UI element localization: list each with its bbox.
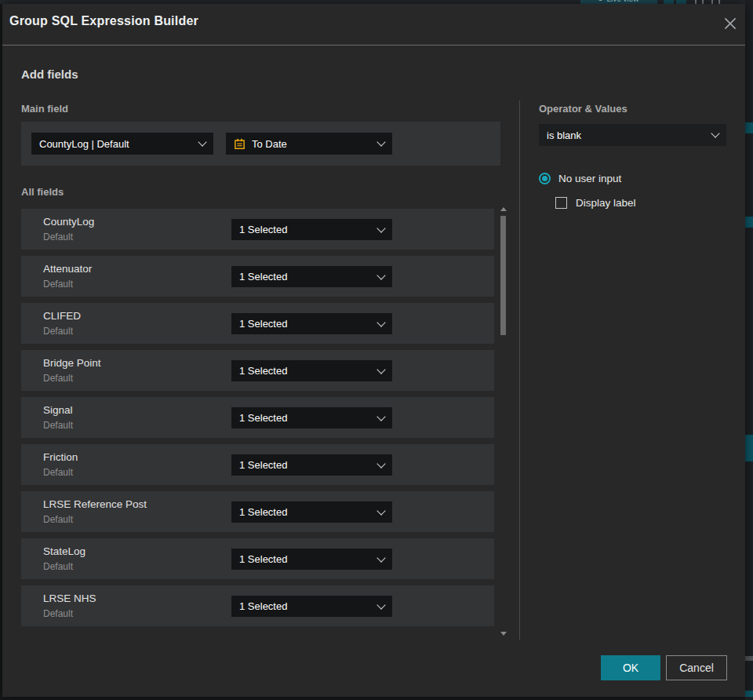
field-row: LRSE NHS Default 1 Selected [21, 585, 494, 626]
chevron-down-icon [376, 412, 385, 421]
all-fields-list: CountyLog Default 1 Selected Attenuator … [21, 209, 494, 626]
chevron-down-icon [376, 600, 385, 609]
live-dot-icon [598, 0, 602, 1]
field-value-select[interactable]: 1 Selected [231, 313, 392, 334]
chevron-down-icon [376, 318, 385, 326]
field-row: LRSE Reference Post Default 1 Selected [21, 491, 494, 532]
header-divider [2, 45, 745, 46]
field-row: StateLog Default 1 Selected [21, 538, 494, 579]
field-value-select[interactable]: 1 Selected [231, 266, 392, 287]
panel-divider [519, 100, 520, 640]
field-name: Signal [43, 404, 73, 416]
no-user-input-label: No user input [558, 173, 621, 184]
field-value-select-value: 1 Selected [239, 459, 372, 471]
field-name: CountyLog [43, 216, 94, 228]
field-layer: Default [43, 232, 73, 242]
main-field-panel: CountyLog | Default To Date [21, 122, 500, 166]
field-layer: Default [43, 467, 73, 478]
chevron-down-icon [376, 553, 385, 562]
field-layer: Default [43, 608, 73, 619]
field-row: CountyLog Default 1 Selected [21, 209, 494, 250]
field-value-select[interactable]: 1 Selected [231, 219, 392, 240]
live-view-label: Live view [606, 0, 638, 3]
chevron-down-icon [376, 506, 385, 515]
field-value-select-value: 1 Selected [239, 506, 372, 518]
field-layer: Default [43, 420, 73, 431]
display-label-label: Display label [576, 197, 636, 209]
background-app-fragment [745, 691, 753, 697]
cancel-button[interactable]: Cancel [666, 655, 727, 680]
field-value-select[interactable]: 1 Selected [231, 596, 392, 617]
background-app-fragment [745, 122, 753, 133]
field-layer: Default [43, 514, 73, 525]
field-value-select[interactable]: 1 Selected [231, 549, 392, 570]
field-value-select[interactable]: 1 Selected [231, 454, 392, 476]
field-value-select[interactable]: 1 Selected [231, 360, 392, 381]
scrollbar-thumb[interactable] [500, 216, 506, 335]
field-value-select[interactable]: 1 Selected [231, 501, 392, 523]
field-value-select-value: 1 Selected [239, 271, 372, 283]
field-value-select-value: 1 Selected [239, 600, 372, 612]
field-value-select-value: 1 Selected [239, 318, 372, 330]
no-user-input-radio[interactable]: No user input [539, 173, 621, 184]
field-row: Attenuator Default 1 Selected [21, 256, 494, 297]
field-name: Friction [43, 451, 78, 463]
operator-select[interactable]: is blank [539, 124, 726, 146]
main-field-select-value: CountyLog | Default [39, 138, 193, 150]
field-name: CLIFED [43, 310, 81, 322]
field-name: Bridge Point [43, 357, 101, 369]
group-sql-expression-builder-dialog: Group SQL Expression Builder Add fields … [2, 4, 745, 697]
field-value-select-value: 1 Selected [239, 553, 372, 565]
background-app-fragment [745, 435, 753, 461]
field-name: StateLog [43, 545, 85, 557]
chevron-down-icon [376, 365, 385, 374]
add-fields-heading: Add fields [21, 67, 78, 81]
scroll-down-icon[interactable] [500, 632, 507, 636]
dialog-title: Group SQL Expression Builder [9, 14, 198, 28]
field-value-select-value: 1 Selected [239, 365, 372, 377]
field-row: CLIFED Default 1 Selected [21, 303, 494, 344]
chevron-down-icon [376, 459, 385, 468]
screen: Live view Group SQL Expression Builder A… [0, 0, 753, 700]
background-app-fragment [745, 656, 753, 661]
field-row: Signal Default 1 Selected [21, 397, 494, 438]
fields-scrollbar[interactable] [499, 205, 507, 638]
field-value-select[interactable]: 1 Selected [231, 407, 392, 428]
radio-selected-icon [539, 173, 551, 184]
main-field-select[interactable]: CountyLog | Default [31, 133, 213, 155]
chevron-down-icon [376, 224, 385, 232]
close-icon[interactable] [722, 15, 739, 32]
field-type-select[interactable]: To Date [226, 133, 392, 155]
field-row: Friction Default 1 Selected [21, 444, 494, 485]
ok-button[interactable]: OK [601, 655, 660, 680]
field-layer: Default [43, 373, 73, 384]
field-layer: Default [43, 279, 73, 290]
scroll-up-icon[interactable] [500, 207, 507, 211]
chevron-down-icon [198, 137, 206, 146]
calendar-date-icon [234, 138, 246, 150]
field-value-select-value: 1 Selected [239, 224, 372, 235]
operator-values-label: Operator & Values [539, 103, 628, 115]
field-row: Bridge Point Default 1 Selected [21, 350, 494, 391]
background-app-fragment [745, 217, 753, 228]
background-app-edge [745, 0, 753, 700]
operator-select-value: is blank [547, 129, 706, 141]
chevron-down-icon [376, 271, 385, 279]
chevron-down-icon [376, 137, 385, 146]
field-name: Attenuator [43, 263, 92, 275]
all-fields-label: All fields [21, 186, 64, 198]
field-type-select-value: To Date [252, 138, 372, 150]
chevron-down-icon [711, 129, 719, 137]
field-layer: Default [43, 326, 73, 337]
field-name: LRSE NHS [43, 592, 96, 604]
field-value-select-value: 1 Selected [239, 412, 372, 424]
main-field-label: Main field [21, 103, 68, 115]
display-label-checkbox[interactable]: Display label [555, 197, 636, 209]
field-name: LRSE Reference Post [43, 498, 147, 510]
field-layer: Default [43, 561, 73, 572]
checkbox-unchecked-icon [555, 197, 567, 209]
